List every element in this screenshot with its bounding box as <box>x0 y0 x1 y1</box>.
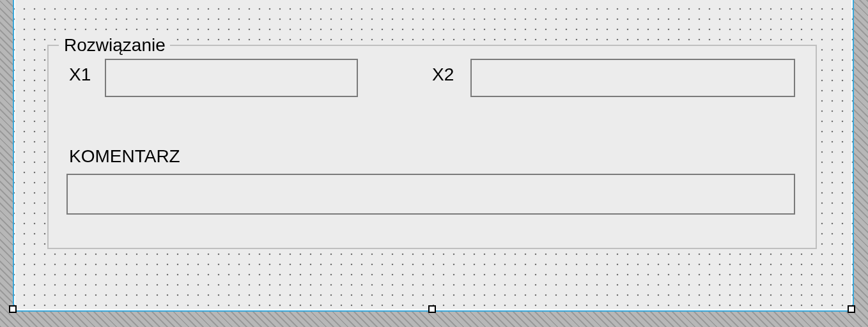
form-designer-canvas[interactable]: Rozwiązanie X1 X2 KOMENTARZ <box>13 0 854 312</box>
x1-label: X1 <box>66 64 93 84</box>
resize-handle-s[interactable] <box>428 305 436 313</box>
comment-input[interactable] <box>66 174 795 215</box>
groupbox-legend: Rozwiązanie <box>59 33 171 56</box>
comment-label: KOMENTARZ <box>66 146 183 166</box>
resize-handle-se[interactable] <box>848 305 855 313</box>
solution-groupbox[interactable]: Rozwiązanie X1 X2 KOMENTARZ <box>47 45 817 249</box>
x2-label: X2 <box>430 64 456 84</box>
resize-handle-sw[interactable] <box>9 305 17 313</box>
x1-input[interactable] <box>105 59 358 97</box>
x2-input[interactable] <box>470 59 795 97</box>
